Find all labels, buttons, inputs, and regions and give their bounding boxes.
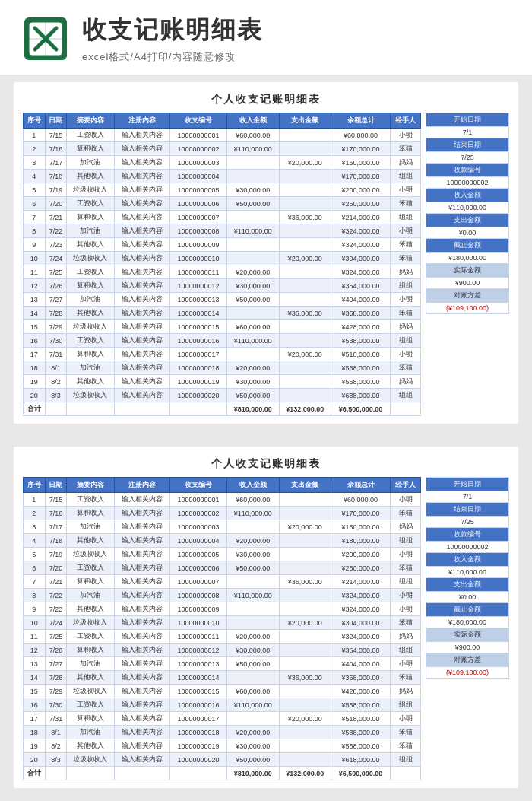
cell-1-16-4: 10000000017 (170, 712, 227, 726)
cell-0-15-2: 工资收入 (67, 334, 114, 348)
side-value-0-5: ¥180,000.00 (426, 253, 509, 264)
cell-0-7-2: 加汽油 (67, 224, 114, 238)
table-row: 97/23其他收入输入相关内容10000000009¥324,000.00笨猫 (24, 238, 421, 252)
cell-0-4-1: 7/19 (45, 183, 67, 197)
cell-0-11-5: ¥30,000.00 (226, 279, 279, 293)
total-cell-0-7: ¥6,500,000.00 (331, 402, 391, 416)
table-row: 77/21算积收入输入相关内容10000000007¥36,000.00¥214… (24, 575, 421, 589)
cell-0-0-8: 小明 (391, 129, 421, 142)
cell-0-9-1: 7/24 (45, 252, 67, 265)
cell-0-17-1: 8/1 (45, 361, 67, 375)
table-row: 188/1加汽油输入相关内容10000000018¥20,000.00¥538,… (24, 726, 421, 739)
table-row: 167/30工资收入输入相关内容10000000016¥110,000.00¥5… (24, 698, 421, 712)
cell-1-16-1: 7/31 (45, 712, 67, 726)
table-row: 67/20工资收入输入相关内容10000000006¥50,000.00¥250… (24, 561, 421, 575)
cell-0-6-5 (226, 211, 279, 224)
cell-0-13-8: 笨猫 (391, 307, 421, 320)
cell-1-6-3: 输入相关内容 (114, 575, 170, 589)
cell-1-10-0: 11 (24, 630, 46, 644)
cell-0-1-8: 笨猫 (391, 142, 421, 156)
cell-1-0-6 (279, 493, 331, 507)
cell-0-18-3: 输入相关内容 (114, 375, 170, 389)
side-value-0-6: ¥900.00 (426, 278, 509, 289)
cell-0-6-3: 输入相关内容 (114, 211, 170, 224)
cell-0-11-2: 算积收入 (67, 279, 114, 293)
cell-1-18-6 (279, 739, 331, 753)
side-value-0-1: 7/25 (426, 152, 509, 164)
cell-1-14-1: 7/29 (45, 685, 67, 698)
side-value-1-3: ¥110,000.00 (426, 567, 509, 578)
cell-0-10-6 (279, 265, 331, 279)
cell-0-12-3: 输入相关内容 (114, 293, 170, 307)
col-header-0-0: 序号 (24, 113, 46, 129)
total-cell-0-6: ¥132,000.00 (279, 402, 331, 416)
table-row: 167/30工资收入输入相关内容10000000016¥110,000.00¥5… (24, 334, 421, 348)
cell-0-10-2: 工资收入 (67, 265, 114, 279)
cell-0-7-4: 10000000008 (170, 224, 227, 238)
side-label-0-5: 截止金额 (426, 239, 509, 253)
cell-0-2-8: 妈妈 (391, 156, 421, 170)
cell-0-7-8: 小明 (391, 224, 421, 238)
cell-0-0-4: 10000000001 (170, 129, 227, 142)
cell-0-2-6: ¥20,000.00 (279, 156, 331, 170)
cell-1-15-5: ¥110,000.00 (226, 698, 279, 712)
cell-1-1-0: 2 (24, 507, 46, 520)
table-row: 27/16算积收入输入相关内容10000000002¥110,000.00¥17… (24, 507, 421, 520)
cell-1-5-1: 7/20 (45, 561, 67, 575)
cell-1-12-5: ¥50,000.00 (226, 657, 279, 671)
cell-0-19-6 (279, 389, 331, 402)
cell-1-12-8: 小明 (391, 657, 421, 671)
side-label-0-1: 结束日期 (426, 138, 509, 152)
side-value-1-6: ¥900.00 (426, 642, 509, 653)
cell-0-11-4: 10000000012 (170, 279, 227, 293)
cell-1-5-3: 输入相关内容 (114, 561, 170, 575)
cell-0-8-8: 笨猫 (391, 238, 421, 252)
cell-0-11-6 (279, 279, 331, 293)
cell-0-16-1: 7/31 (45, 348, 67, 361)
cell-0-12-6 (279, 293, 331, 307)
cell-1-2-2: 加汽油 (67, 520, 114, 534)
cell-1-10-5: ¥20,000.00 (226, 630, 279, 644)
cell-1-10-1: 7/25 (45, 630, 67, 644)
cell-1-11-1: 7/26 (45, 644, 67, 657)
cell-1-1-3: 输入相关内容 (114, 507, 170, 520)
excel-logo-icon (23, 16, 68, 62)
col-header-1-4: 收支编号 (170, 478, 227, 493)
cell-0-6-2: 算积收入 (67, 211, 114, 224)
side-value-1-4: ¥0.00 (426, 592, 509, 603)
cell-1-7-3: 输入相关内容 (114, 589, 170, 602)
col-header-0-2: 摘要内容 (67, 113, 114, 129)
side-value-1-0: 7/1 (426, 491, 509, 503)
cell-0-4-5: ¥30,000.00 (226, 183, 279, 197)
table-row: 198/2其他收入输入相关内容10000000019¥30,000.00¥568… (24, 739, 421, 753)
cell-1-18-5: ¥30,000.00 (226, 739, 279, 753)
cell-0-16-5 (226, 348, 279, 361)
cell-0-14-2: 垃圾收收入 (67, 320, 114, 334)
cell-1-4-1: 7/19 (45, 548, 67, 561)
cell-0-2-7: ¥150,000.00 (331, 156, 391, 170)
col-header-0-8: 经手人 (391, 113, 421, 129)
cell-0-3-1: 7/18 (45, 170, 67, 183)
cell-0-8-4: 10000000009 (170, 238, 227, 252)
cell-0-12-2: 加汽油 (67, 293, 114, 307)
cell-0-8-1: 7/23 (45, 238, 67, 252)
cell-1-8-8: 小明 (391, 602, 421, 616)
table-row: 67/20工资收入输入相关内容10000000006¥50,000.00¥250… (24, 197, 421, 211)
cell-0-14-1: 7/29 (45, 320, 67, 334)
side-label-1-7: 对账方差 (426, 653, 509, 667)
cell-0-5-2: 工资收入 (67, 197, 114, 211)
cell-0-0-1: 7/15 (45, 129, 67, 142)
table-row: 157/29垃圾收收入输入相关内容10000000015¥60,000.00¥4… (24, 320, 421, 334)
cell-1-8-0: 9 (24, 602, 46, 616)
cell-0-19-1: 8/3 (45, 389, 67, 402)
cell-0-8-7: ¥324,000.00 (331, 238, 391, 252)
cell-1-15-3: 输入相关内容 (114, 698, 170, 712)
total-cell-1-7: ¥6,500,000.00 (331, 767, 391, 780)
table-row: 77/21算积收入输入相关内容10000000007¥36,000.00¥214… (24, 211, 421, 224)
cell-1-13-0: 14 (24, 671, 46, 685)
total-cell-1-0: 合计 (24, 767, 46, 780)
cell-1-1-6 (279, 507, 331, 520)
cell-1-3-3: 输入相关内容 (114, 534, 170, 548)
cell-1-3-0: 4 (24, 534, 46, 548)
cell-1-3-5: ¥20,000.00 (226, 534, 279, 548)
